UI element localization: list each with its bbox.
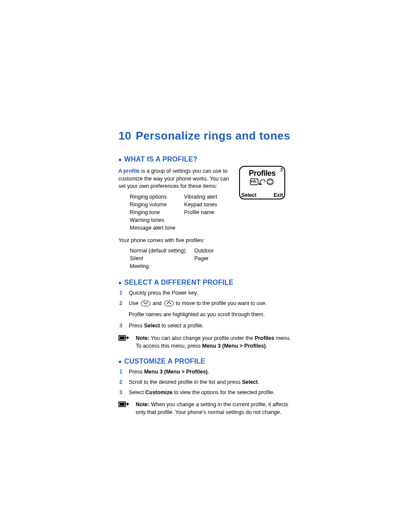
step-2: 2 Scroll to the desired profile in the l… bbox=[118, 378, 291, 386]
screen-menu-index: 3 bbox=[280, 168, 283, 172]
profile-intro-text: A profile is a group of settings you can… bbox=[118, 168, 231, 190]
note-icon bbox=[118, 401, 129, 409]
step-number: 2 bbox=[118, 299, 129, 307]
svg-point-2 bbox=[267, 179, 273, 185]
five-profiles-text: Your phone comes with five profiles: bbox=[118, 237, 291, 245]
note-icon bbox=[118, 335, 129, 343]
step-number: 3 bbox=[118, 389, 129, 396]
bullet-icon: • bbox=[118, 278, 121, 288]
bullet-icon: • bbox=[118, 357, 121, 367]
screen-softkey-right: Exit bbox=[274, 192, 283, 198]
step-number: 3 bbox=[118, 322, 129, 330]
screen-title: Profiles bbox=[242, 169, 283, 178]
settings-list-table: Ringing optionsVibrating alert Ringing v… bbox=[129, 193, 226, 233]
screen-icons bbox=[242, 177, 283, 189]
step-3: 3 Select Customize to view the options f… bbox=[118, 389, 291, 396]
chapter-number: 10 bbox=[118, 129, 131, 142]
note-label: Note: bbox=[136, 335, 149, 341]
note-label: Note: bbox=[136, 401, 149, 408]
step-1: 1 Press Menu 3 (Menu > Profiles). bbox=[118, 368, 291, 376]
screen-softkey-left: Select bbox=[241, 192, 256, 198]
step-2-sub: Profile names are highlighted as you scr… bbox=[129, 311, 291, 318]
svg-rect-6 bbox=[120, 403, 125, 406]
chapter-title-text: Personalize rings and tones bbox=[136, 129, 290, 142]
profiles-list-table: Normal (default setting)Outdoor SilentPa… bbox=[129, 247, 222, 271]
svg-rect-1 bbox=[259, 184, 262, 185]
up-key-icon bbox=[164, 301, 174, 306]
note-block: Note: You can also change your profile u… bbox=[118, 334, 291, 350]
step-2: 2 Use and to move to the profile you wan… bbox=[118, 299, 291, 307]
step-3: 3 Press Select to select a profile. bbox=[118, 322, 291, 330]
section-heading-select-profile: •SELECT A DIFFERENT PROFILE bbox=[118, 279, 291, 286]
step-number: 1 bbox=[118, 368, 129, 376]
bullet-icon: • bbox=[118, 155, 121, 165]
section-heading-customize-profile: •CUSTOMIZE A PROFILE bbox=[118, 358, 291, 365]
note-block: Note: When you change a setting in the c… bbox=[118, 401, 291, 416]
step-number: 2 bbox=[118, 378, 129, 386]
down-key-icon bbox=[141, 301, 150, 306]
step-1: 1 Quickly press the Power key. bbox=[118, 289, 291, 297]
chapter-title: 10Personalize rings and tones bbox=[118, 129, 291, 143]
profile-term: profile bbox=[123, 168, 140, 174]
section-heading-what-is-profile: •WHAT IS A PROFILE? bbox=[118, 156, 291, 163]
svg-rect-4 bbox=[120, 336, 125, 339]
phone-screen-illustration: 3 Profiles Select Exit bbox=[239, 166, 285, 199]
step-number: 1 bbox=[118, 289, 129, 297]
